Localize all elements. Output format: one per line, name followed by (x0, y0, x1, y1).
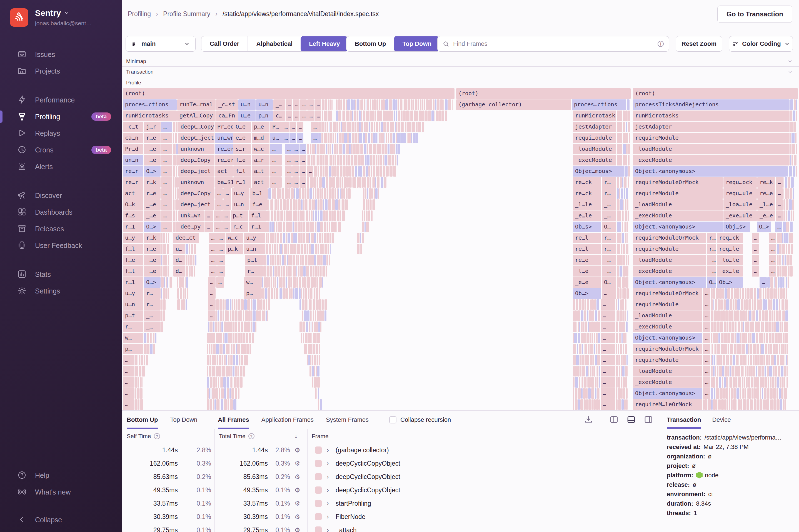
table-row[interactable]: 29.75ms0.1%29.75ms0.1%⚙›_attach (122, 524, 657, 532)
flame-frame-sliver[interactable] (598, 310, 599, 321)
flame-frame-sliver[interactable] (164, 266, 167, 277)
flame-frame-sliver[interactable] (337, 188, 338, 199)
flame-frame-sliver[interactable] (791, 233, 793, 243)
flame-frame-sliver[interactable] (726, 332, 728, 343)
flame-frame-sliver[interactable] (442, 111, 444, 121)
flame-frame-sliver[interactable] (318, 121, 321, 132)
flame-frame-sliver[interactable] (720, 299, 722, 310)
column-self-time[interactable]: Self Time? (127, 429, 160, 443)
flame-frame-sliver[interactable] (407, 133, 408, 143)
flame-frame-sliver[interactable] (290, 244, 293, 254)
flame-frame-sliver[interactable] (380, 166, 382, 176)
flame-frame-sliver[interactable] (323, 244, 324, 254)
flame-frame-sliver[interactable] (725, 366, 728, 377)
flame-frame[interactable]: … (208, 288, 216, 299)
flame-frame-sliver[interactable] (596, 322, 599, 332)
flame-frame-sliver[interactable] (338, 111, 341, 121)
flame-frame-sliver[interactable] (619, 266, 622, 277)
flame-frame[interactable]: requ…ock (723, 177, 757, 188)
flame-frame-sliver[interactable] (590, 355, 593, 365)
flame-frame-sliver[interactable] (137, 388, 139, 399)
flame-frame-sliver[interactable] (207, 366, 208, 377)
flame-frame-sliver[interactable] (773, 388, 776, 399)
flame-frame[interactable] (617, 133, 622, 143)
flame-frame-sliver[interactable] (163, 244, 166, 254)
flame-frame-sliver[interactable] (735, 366, 737, 377)
flame-frame-sliver[interactable] (716, 332, 718, 343)
flame-frame[interactable]: … (297, 133, 303, 143)
flame-frame-sliver[interactable] (794, 99, 796, 110)
flame-frame-sliver[interactable] (623, 155, 625, 166)
flame-frame-sliver[interactable] (768, 344, 769, 354)
flame-frame-sliver[interactable] (304, 200, 307, 210)
flame-frame-sliver[interactable] (376, 133, 377, 143)
flame-frame-sliver[interactable] (770, 344, 772, 354)
flame-frame[interactable]: … (703, 388, 710, 399)
flame-frame-sliver[interactable] (730, 344, 731, 354)
flame-frame-sliver[interactable] (777, 244, 779, 254)
flame-frame-sliver[interactable] (245, 310, 248, 321)
flame-frame[interactable]: … (290, 133, 296, 143)
flame-frame-sliver[interactable] (174, 200, 175, 210)
flame-frame-sliver[interactable] (787, 277, 789, 288)
flame-frame-sliver[interactable] (302, 277, 303, 288)
flame-frame-sliver[interactable] (293, 266, 296, 277)
flame-frame-sliver[interactable] (576, 355, 579, 365)
flame-frame-sliver[interactable] (370, 155, 372, 166)
flame-frame[interactable]: requireModuleOrMock (633, 288, 702, 299)
flame-frame-sliver[interactable] (781, 355, 784, 365)
flame-frame-sliver[interactable] (765, 288, 766, 299)
flame-frame-sliver[interactable] (302, 188, 304, 199)
sidebar-item-issues[interactable]: Issues (0, 46, 122, 63)
flame-frame-sliver[interactable] (767, 388, 769, 399)
flame-frame-sliver[interactable] (330, 111, 332, 121)
flame-frame-sliver[interactable] (375, 177, 376, 188)
flame-frame-sliver[interactable] (319, 332, 320, 343)
flame-frame[interactable]: m…d (252, 133, 270, 143)
flame-frame-sliver[interactable] (372, 188, 373, 199)
flame-frame-sliver[interactable] (621, 399, 624, 410)
flame-frame-sliver[interactable] (327, 222, 328, 232)
flame-frame[interactable]: re…l (573, 244, 601, 254)
flame-frame[interactable]: … (292, 144, 299, 154)
flame-frame-sliver[interactable] (138, 399, 140, 410)
table-row[interactable]: 30.39ms0.1%30.39ms0.1%⚙›FiberNode (122, 510, 657, 524)
flame-frame-sliver[interactable] (301, 222, 302, 232)
flame-frame-sliver[interactable] (740, 355, 743, 365)
flame-frame[interactable] (617, 144, 622, 154)
flame-frame-sliver[interactable] (774, 310, 775, 321)
flame-frame-sliver[interactable] (342, 166, 346, 176)
flame-frame-sliver[interactable] (785, 332, 787, 343)
flame-frame-sliver[interactable] (734, 310, 736, 321)
flame-frame-sliver[interactable] (623, 355, 626, 365)
flame-frame-sliver[interactable] (185, 277, 186, 288)
flame-frame-sliver[interactable] (267, 222, 269, 232)
flame-frame-sliver[interactable] (359, 144, 360, 154)
flame-frame-sliver[interactable] (329, 188, 331, 199)
flame-frame-sliver[interactable] (290, 255, 292, 265)
flame-frame-sliver[interactable] (317, 366, 319, 377)
flame-frame-sliver[interactable] (364, 210, 365, 221)
flame-frame[interactable]: _loadModule (633, 200, 723, 210)
flame-frame-sliver[interactable] (711, 366, 712, 377)
flame-frame[interactable]: … (307, 166, 313, 176)
flame-frame-sliver[interactable] (216, 299, 219, 310)
flame-frame-sliver[interactable] (144, 344, 146, 354)
flame-frame-sliver[interactable] (628, 166, 630, 176)
flame-frame-sliver[interactable] (357, 244, 359, 254)
flame-frame-sliver[interactable] (397, 155, 398, 166)
flame-frame-sliver[interactable] (431, 111, 434, 121)
flame-frame-sliver[interactable] (621, 188, 622, 199)
flame-frame[interactable] (617, 222, 621, 232)
flame-frame-sliver[interactable] (625, 277, 628, 288)
flame-frame-sliver[interactable] (210, 355, 211, 365)
flame-frame-sliver[interactable] (625, 377, 627, 387)
flame-frame-sliver[interactable] (186, 299, 187, 310)
flame-frame-sliver[interactable] (298, 210, 299, 221)
flame-frame-sliver[interactable] (284, 255, 286, 265)
flame-frame-sliver[interactable] (271, 288, 273, 299)
flame-frame-sliver[interactable] (377, 111, 380, 121)
flame-frame[interactable]: _l…le (573, 200, 601, 210)
flame-frame-sliver[interactable] (387, 121, 389, 132)
flame-frame-sliver[interactable] (386, 166, 388, 176)
